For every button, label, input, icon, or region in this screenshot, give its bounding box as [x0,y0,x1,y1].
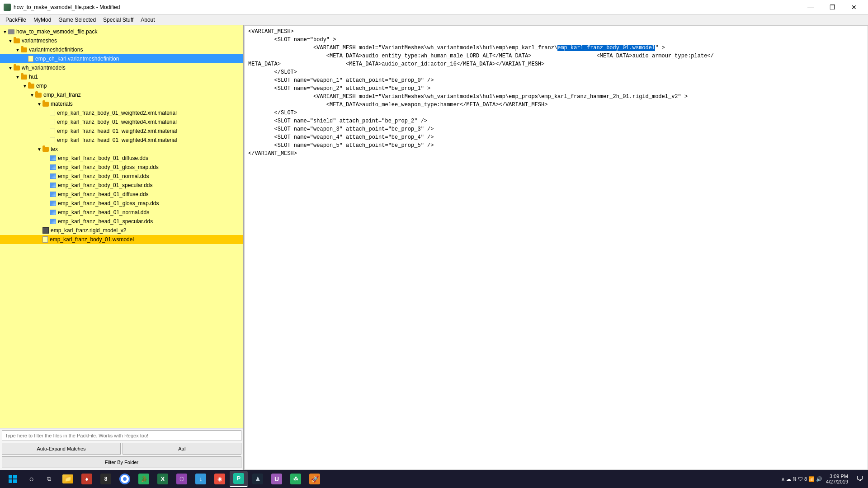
tree-item-mat1[interactable]: emp_karl_franz_body_01_weighted2.xml.mat… [0,108,243,117]
tree-item-tex4[interactable]: emp_karl_franz_body_01_specular.dds [0,181,243,190]
toggle-emp[interactable]: ▼ [22,83,28,89]
file-icon-mat2 [50,119,55,125]
tree-label-tex6: emp_karl_franz_head_01_gloss_map.dds [58,200,159,206]
tree-item-tex[interactable]: ▼ tex [0,145,243,154]
tree-label-whvm: wh_variantmodels [22,65,66,71]
toggle-whvm[interactable]: ▼ [7,65,14,71]
file-icon-tex8 [50,219,56,224]
tree-label-tex7: emp_karl_franz_head_01_normal.dds [58,209,149,216]
toggle-tex[interactable]: ▼ [36,146,42,152]
file-tree[interactable]: ▼ how_to_make_wsmodel_file.pack ▼ varian… [0,25,243,428]
excel-icon: X [157,474,168,484]
tree-item-tex5[interactable]: emp_karl_franz_head_01_diffuse.dds [0,190,243,199]
tree-label-emp: emp [36,83,47,89]
xml-highlight: emp_karl_franz_body_01.wsmodel [557,45,655,51]
taskbar-excel[interactable]: X [154,471,172,487]
tree-item-tex3[interactable]: emp_karl_franz_body_01_normal.dds [0,172,243,181]
taskbar-app-shamrock[interactable]: ☘ [287,471,305,487]
taskbar-app-u[interactable]: U [268,471,286,487]
app-blue-icon: ↓ [195,474,206,484]
app-u-icon: U [271,474,282,484]
file-icon-tex1 [50,155,56,161]
tree-item-mat3[interactable]: emp_karl_franz_head_01_weighted2.xml.mat… [0,127,243,136]
search-button[interactable]: ○ [24,471,40,487]
taskbar-app-purple[interactable]: ⬡ [173,471,191,487]
tray-wifi-icon[interactable]: 📶 [808,476,815,482]
file-icon-rigid [42,227,49,234]
file-icon-tex3 [50,174,56,179]
tree-item-variantmeshdefinitions[interactable]: ▼ variantmeshdefinitions [0,45,243,54]
minimize-button[interactable]: — [800,0,821,14]
tree-item-emp-karl-franz[interactable]: ▼ emp_karl_franz [0,90,243,99]
folder-icon-ekf [35,93,42,98]
taskbar-app-red2[interactable]: ◉ [211,471,229,487]
notification-button[interactable]: 🗨 [854,475,866,483]
xml-line-16: </VARIANT_MESH> [248,150,864,158]
toggle-root[interactable]: ▼ [2,28,8,35]
main-content: ▼ how_to_make_wsmodel_file.pack ▼ varian… [0,25,868,470]
tree-label-mat1: emp_karl_franz_body_01_weighted2.xml.mat… [57,110,177,116]
menu-packfile[interactable]: PackFile [2,14,30,25]
taskbar-app-rocket[interactable]: 🚀 [306,471,324,487]
toggle-vmdef[interactable]: ▼ [14,47,21,53]
tray-sync-icon[interactable]: ⇅ [793,476,797,482]
tree-root[interactable]: ▼ how_to_make_wsmodel_file.pack [0,27,243,36]
steam-icon: ♟ [252,474,263,484]
toggle-variantmeshes[interactable]: ▼ [7,38,14,44]
toggle-hu1[interactable]: ▼ [14,74,21,80]
xml-line-13: <SLOT name="weapon_3" attach_point="be_p… [248,125,864,133]
taskbar-app-green[interactable]: 🐊 [135,471,153,487]
menu-about[interactable]: About [137,14,158,25]
tree-item-mat2[interactable]: emp_karl_franz_body_01_weighted4.xml.mat… [0,117,243,127]
menu-game-selected[interactable]: Game Selected [55,14,99,25]
window-controls: — ❐ ✕ [800,0,864,14]
toggle-ekf[interactable]: ▼ [29,92,35,98]
file-icon-tex2 [50,164,56,170]
filter-input[interactable] [2,430,241,441]
task-view-button[interactable]: ⧉ [41,471,57,487]
maximize-button[interactable]: ❐ [822,0,843,14]
xml-editor[interactable]: <VARIANT_MESH> <SLOT name="body" > <VARI… [244,25,868,470]
tray-8-icon[interactable]: 8 [804,476,807,482]
tree-item-hu1[interactable]: ▼ hu1 [0,72,243,81]
xml-line-8: <SLOT name="weapon_2" attach_point="be_p… [248,84,864,93]
windows-logo-icon [8,474,17,483]
tree-item-tex1[interactable]: emp_karl_franz_body_01_diffuse.dds [0,154,243,163]
taskbar-app-pack[interactable]: P [230,471,248,487]
tree-item-tex6[interactable]: emp_karl_franz_head_01_gloss_map.dds [0,199,243,208]
file-icon-tex4 [50,183,56,188]
taskbar-file-explorer[interactable]: 📁 [59,471,77,487]
taskbar-chrome[interactable] [116,471,134,487]
tree-item-wh-variantmodels[interactable]: ▼ wh_variantmodels [0,63,243,72]
taskbar-app-8[interactable]: 8 [97,471,115,487]
auto-expand-button[interactable]: Auto-Expand Matches [2,443,121,455]
tray-volume-icon[interactable]: 🔊 [816,476,822,482]
tree-item-tex8[interactable]: emp_karl_franz_head_01_specular.dds [0,217,243,226]
tray-cloud-icon[interactable]: ☁ [786,476,791,482]
filter-folder-button[interactable]: Filter By Folder [2,456,241,468]
tree-item-tex2[interactable]: emp_karl_franz_body_01_gloss_map.dds [0,163,243,172]
tray-shield-icon[interactable]: 🛡 [798,476,803,482]
aa-button[interactable]: AaI [123,443,241,455]
taskbar-app-blue[interactable]: ↓ [192,471,210,487]
tree-item-rigid[interactable]: emp_karl_franz.rigid_model_v2 [0,226,243,235]
file-icon-mat1 [50,110,55,116]
filter-buttons: Auto-Expand Matches AaI [2,443,241,455]
clock[interactable]: 3:09 PM 4/27/2019 [826,474,848,484]
tree-item-emp[interactable]: ▼ emp [0,81,243,90]
taskbar-app-red[interactable]: ♦ [78,471,96,487]
toggle-materials[interactable]: ▼ [36,101,42,107]
tree-item-materials[interactable]: ▼ materials [0,99,243,108]
taskbar-steam[interactable]: ♟ [249,471,267,487]
close-button[interactable]: ✕ [844,0,864,14]
tree-item-wsmodel[interactable]: emp_karl_franz_body_01.wsmodel [0,235,243,244]
menu-mymod[interactable]: MyMod [30,14,55,25]
tree-item-variantmeshes[interactable]: ▼ variantmeshes [0,36,243,45]
tree-item-mat4[interactable]: emp_karl_franz_head_01_weighted4.xml.mat… [0,136,243,145]
tree-item-tex7[interactable]: emp_karl_franz_head_01_normal.dds [0,208,243,217]
tree-item-emp-ch-karl[interactable]: emp_ch_karl.variantmeshdefinition [0,54,243,63]
menu-special-stuff[interactable]: Special Stuff [99,14,137,25]
tray-chevron[interactable]: ∧ [781,476,785,482]
start-button[interactable] [2,470,24,488]
svg-rect-3 [13,479,17,483]
